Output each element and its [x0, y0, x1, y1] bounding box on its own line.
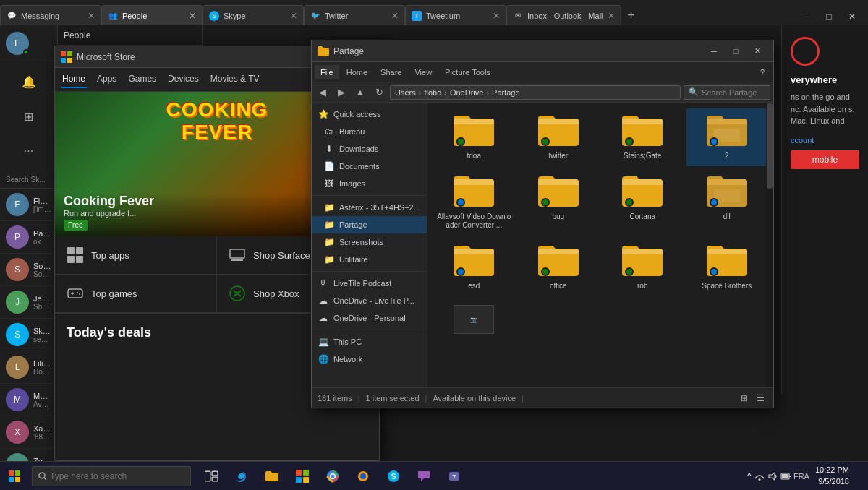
sidebar-screenshots[interactable]: 📁 Screenshots [312, 233, 427, 251]
tab-close-skype[interactable]: ✕ [290, 11, 297, 21]
sidebar-network[interactable]: 🌐 Network [312, 351, 427, 368]
sidebar-documents[interactable]: 📄 Documents [312, 158, 427, 175]
folder-thumbnail-partial[interactable]: 📷 [433, 299, 515, 340]
folder-bug[interactable]: bug [518, 169, 600, 236]
show-desktop-button[interactable] [858, 462, 862, 491]
contact-xavi[interactable]: X Xavi... '888'... [0, 416, 57, 449]
tab-label-inbox: Inbox - Outlook - Mail [527, 12, 603, 20]
fe-maximize[interactable]: □ [726, 43, 746, 60]
nav-apps[interactable]: Apps [95, 71, 118, 88]
back-button[interactable]: ◀ [315, 85, 331, 100]
sidebar-bureau[interactable]: 🗂 Bureau [312, 123, 427, 140]
taskbar-skype[interactable]: S [379, 462, 408, 491]
address-path[interactable]: Users › flobo › OneDrive › Partage [390, 85, 681, 100]
tab-inbox[interactable]: ✉ Inbox - Outlook - Mail ✕ [506, 5, 621, 25]
fe-minimize[interactable]: ─ [704, 43, 724, 60]
grid-top-apps[interactable]: Top apps [55, 236, 217, 275]
sidebar-this-pc-label: This PC [333, 338, 362, 346]
tab-messaging[interactable]: 💬 Messaging ✕ [0, 5, 101, 25]
ribbon-file[interactable]: File [315, 65, 339, 79]
nav-movies[interactable]: Movies & TV [209, 71, 261, 88]
folder-allavsoft[interactable]: Allavsoft Video Downloader Converter ... [433, 169, 515, 236]
taskbar-chrome[interactable] [318, 462, 347, 491]
folder-tdoa[interactable]: tdoa [433, 108, 515, 166]
contact-jean[interactable]: J Jean... Shar... [0, 286, 57, 319]
sidebar-onedrive-personal[interactable]: ☁ OneDrive - Personal [312, 309, 427, 327]
folder-esd[interactable]: esd [433, 238, 515, 296]
grid-icon[interactable]: ⊞ [14, 102, 43, 131]
ribbon-help-btn[interactable]: ? [754, 65, 770, 79]
contact-lilian[interactable]: L Liliane Ho no... [0, 351, 57, 384]
taskbar-search-input[interactable] [50, 471, 166, 481]
fe-close[interactable]: ✕ [747, 43, 767, 60]
promo-account-link[interactable]: ccount [791, 136, 859, 145]
folder-office[interactable]: office [518, 238, 600, 296]
nav-devices[interactable]: Devices [166, 71, 200, 88]
ribbon-home[interactable]: Home [341, 65, 373, 79]
promo-mobile-button[interactable]: mobile [791, 150, 859, 169]
contact-skype[interactable]: S Skyp... sent y... [0, 319, 57, 351]
start-button[interactable] [0, 462, 29, 491]
taskbar-file-explorer[interactable] [258, 462, 286, 491]
bell-icon[interactable]: 🔔 [14, 67, 43, 96]
tab-close-messaging[interactable]: ✕ [88, 11, 95, 21]
taskbar-task-view[interactable] [197, 462, 226, 491]
tab-tweetium[interactable]: T Tweetium ✕ [405, 5, 506, 25]
tray-network-icon[interactable] [754, 471, 765, 481]
view-large-icons[interactable]: ⊞ [737, 391, 752, 405]
taskbar-edge[interactable] [227, 462, 256, 491]
sidebar-asterix[interactable]: 📁 Astérix - 35T+4HS+2... [312, 199, 427, 216]
nav-home[interactable]: Home [61, 71, 87, 88]
up-button[interactable]: ▲ [352, 85, 368, 100]
folder-2[interactable]: 2 [686, 108, 768, 166]
folder-twitter[interactable]: twitter [518, 108, 600, 166]
tab-close-tweetium[interactable]: ✕ [493, 11, 500, 21]
contact-flore[interactable]: F Flore j'imag... [0, 189, 57, 221]
folder-space-brothers[interactable]: Space Brothers [686, 238, 768, 296]
sidebar-onedrive-livetile[interactable]: ☁ OneDrive - LiveTile P... [312, 292, 427, 309]
folder-dll[interactable]: dll [686, 169, 768, 236]
taskbar-search[interactable] [32, 466, 191, 486]
sidebar-livetile[interactable]: 🎙 LiveTile Podcast [312, 275, 427, 292]
tab-close-twitter[interactable]: ✕ [391, 11, 399, 21]
nav-games[interactable]: Games [127, 71, 158, 88]
tab-close-inbox[interactable]: ✕ [608, 11, 615, 21]
taskbar-messaging[interactable] [409, 462, 438, 491]
folder-cortana[interactable]: Cortana [602, 169, 684, 236]
contact-soshi[interactable]: S Soshi... Sosh... [0, 254, 57, 286]
more-icon[interactable]: ··· [14, 137, 43, 166]
sidebar-images[interactable]: 🖼 Images [312, 175, 427, 192]
fe-search-input[interactable]: 🔍 Search Partage [684, 85, 770, 100]
tray-volume-icon[interactable] [767, 471, 778, 481]
folder-steinsgate[interactable]: Steins;Gate [602, 108, 684, 166]
tab-people[interactable]: 👥 People ✕ [101, 5, 203, 25]
refresh-button[interactable]: ↻ [371, 85, 387, 100]
new-tab-button[interactable]: + [621, 5, 642, 25]
contact-patri[interactable]: P Patri... ok [0, 221, 57, 254]
taskbar-firefox[interactable] [349, 462, 378, 491]
forward-button[interactable]: ▶ [333, 85, 349, 100]
tab-twitter[interactable]: 🐦 Twitter ✕ [304, 5, 405, 25]
maximize-button[interactable]: □ [819, 8, 839, 25]
sidebar-utilitaire[interactable]: 📁 Utilitaire [312, 251, 427, 268]
sidebar-this-pc[interactable]: 💻 This PC [312, 333, 427, 351]
view-details[interactable]: ☰ [753, 391, 767, 405]
sidebar-partage[interactable]: 📁 Partage [312, 216, 427, 233]
fe-scrollbar-track[interactable] [766, 103, 773, 387]
ribbon-picture-tools[interactable]: Picture Tools [439, 65, 496, 79]
taskbar-teams[interactable]: T [440, 462, 469, 491]
grid-top-games[interactable]: Top games [55, 275, 217, 313]
ribbon-share[interactable]: Share [375, 65, 407, 79]
sidebar-quick-access[interactable]: ⭐ Quick access [312, 106, 427, 123]
tray-battery-icon[interactable] [780, 471, 791, 481]
taskbar-store[interactable] [288, 462, 317, 491]
folder-rob[interactable]: rob [602, 238, 684, 296]
tab-close-people[interactable]: ✕ [189, 11, 196, 21]
tab-skype[interactable]: S Skype ✕ [203, 5, 304, 25]
ribbon-view[interactable]: View [409, 65, 438, 79]
minimize-button[interactable]: ─ [796, 8, 816, 25]
tray-chevron[interactable]: ^ [747, 470, 752, 481]
close-button[interactable]: ✕ [842, 8, 862, 25]
sidebar-downloads[interactable]: ⬇ Downloads [312, 140, 427, 158]
contact-mgb[interactable]: M MGB... Avec ... [0, 384, 57, 416]
